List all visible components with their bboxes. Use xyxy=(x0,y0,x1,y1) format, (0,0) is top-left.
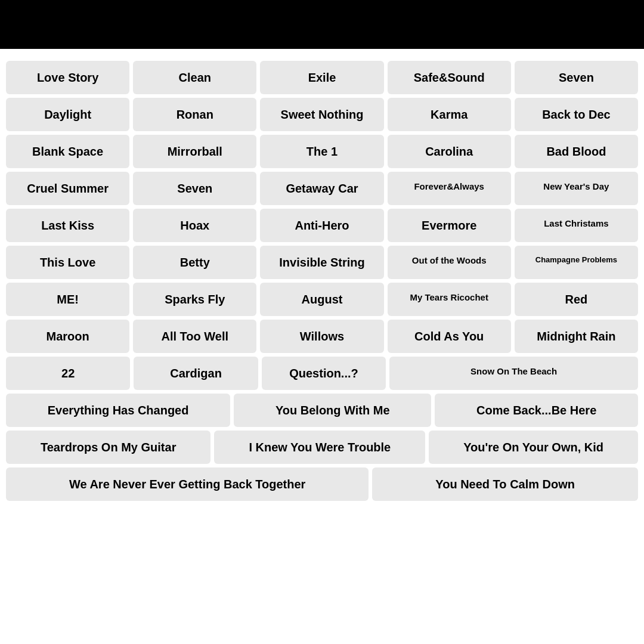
song-card[interactable]: Question...? xyxy=(262,357,386,390)
song-card[interactable]: 22 xyxy=(6,357,130,390)
song-card[interactable]: Mirrorball xyxy=(133,135,256,168)
song-card[interactable]: Hoax xyxy=(133,209,256,242)
song-card[interactable]: Forever&Always xyxy=(388,172,511,205)
song-card[interactable]: This Love xyxy=(6,246,129,279)
song-card[interactable]: I Knew You Were Trouble xyxy=(214,431,425,464)
song-card[interactable]: Teardrops On My Guitar xyxy=(6,431,210,464)
song-card[interactable]: Invisible String xyxy=(260,246,383,279)
song-card[interactable]: Karma xyxy=(388,98,511,131)
song-card[interactable]: Last Christams xyxy=(515,209,638,242)
song-card[interactable]: Cruel Summer xyxy=(6,172,129,205)
song-card[interactable]: Sparks Fly xyxy=(133,283,256,316)
song-card[interactable]: Everything Has Changed xyxy=(6,394,230,427)
song-card[interactable]: Ronan xyxy=(133,98,256,131)
header xyxy=(0,0,644,49)
song-card[interactable]: Evermore xyxy=(388,209,511,242)
grid-row-7: ME!Sparks FlyAugustMy Tears RicochetRed xyxy=(6,283,638,316)
song-card[interactable]: All Too Well xyxy=(133,320,256,353)
song-card[interactable]: Come Back...Be Here xyxy=(435,394,638,427)
song-card[interactable]: Anti-Hero xyxy=(260,209,383,242)
song-card[interactable]: Betty xyxy=(133,246,256,279)
content: Love StoryCleanExileSafe&SoundSevenDayli… xyxy=(0,49,644,516)
song-card[interactable]: Champagne Problems xyxy=(515,246,638,279)
song-card[interactable]: You Need To Calm Down xyxy=(372,467,638,501)
song-card[interactable]: Carolina xyxy=(388,135,511,168)
song-card[interactable]: Back to Dec xyxy=(515,98,638,131)
grid-row-2: DaylightRonanSweet NothingKarmaBack to D… xyxy=(6,98,638,131)
song-card[interactable]: Daylight xyxy=(6,98,129,131)
song-card[interactable]: Last Kiss xyxy=(6,209,129,242)
song-card[interactable]: My Tears Ricochet xyxy=(388,283,511,316)
song-card[interactable]: Out of the Woods xyxy=(388,246,511,279)
wide-row-2: Teardrops On My GuitarI Knew You Were Tr… xyxy=(6,431,638,464)
song-card[interactable]: Safe&Sound xyxy=(388,61,511,94)
wide-row-3: We Are Never Ever Getting Back TogetherY… xyxy=(6,467,638,501)
song-card[interactable]: Clean xyxy=(133,61,256,94)
wide-row-1: Everything Has ChangedYou Belong With Me… xyxy=(6,394,638,427)
song-card[interactable]: Sweet Nothing xyxy=(260,98,383,131)
song-card[interactable]: We Are Never Ever Getting Back Together xyxy=(6,467,369,501)
grid-row-4: Cruel SummerSevenGetaway CarForever&Alwa… xyxy=(6,172,638,205)
song-card[interactable]: Red xyxy=(515,283,638,316)
song-card[interactable]: New Year's Day xyxy=(515,172,638,205)
song-card[interactable]: ME! xyxy=(6,283,129,316)
song-card[interactable]: Maroon xyxy=(6,320,129,353)
song-card[interactable]: You're On Your Own, Kid xyxy=(429,431,638,464)
song-card[interactable]: Seven xyxy=(515,61,638,94)
grid-row-5: Last KissHoaxAnti-HeroEvermoreLast Chris… xyxy=(6,209,638,242)
song-card[interactable]: Getaway Car xyxy=(260,172,383,205)
song-card[interactable]: Cold As You xyxy=(388,320,511,353)
song-card[interactable]: Blank Space xyxy=(6,135,129,168)
song-card[interactable]: Love Story xyxy=(6,61,129,94)
grid-row-8: MaroonAll Too WellWillowsCold As YouMidn… xyxy=(6,320,638,353)
grid-row-9: 22CardiganQuestion...?Snow On The Beach xyxy=(6,357,638,390)
song-card[interactable]: Bad Blood xyxy=(515,135,638,168)
song-card[interactable]: Willows xyxy=(260,320,383,353)
song-card[interactable]: Snow On The Beach xyxy=(389,357,638,390)
song-card[interactable]: Exile xyxy=(260,61,383,94)
grid-row-1: Love StoryCleanExileSafe&SoundSeven xyxy=(6,61,638,94)
song-card[interactable]: The 1 xyxy=(260,135,383,168)
song-card[interactable]: August xyxy=(260,283,383,316)
grid-row-6: This LoveBettyInvisible StringOut of the… xyxy=(6,246,638,279)
song-card[interactable]: Midnight Rain xyxy=(515,320,638,353)
song-card[interactable]: You Belong With Me xyxy=(234,394,431,427)
song-card[interactable]: Cardigan xyxy=(134,357,258,390)
grid-row-3: Blank SpaceMirrorballThe 1CarolinaBad Bl… xyxy=(6,135,638,168)
song-card[interactable]: Seven xyxy=(133,172,256,205)
